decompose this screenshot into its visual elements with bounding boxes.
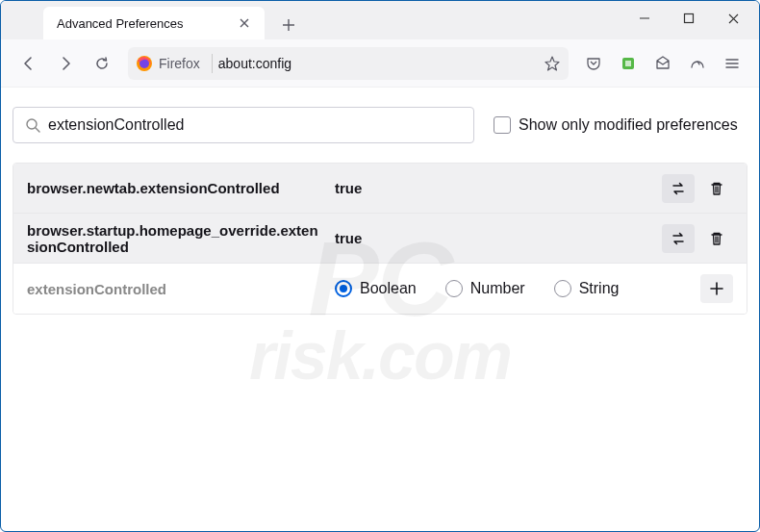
radio-label: String: [579, 280, 620, 297]
url-bar[interactable]: Firefox about:config: [128, 47, 569, 80]
app-menu-button[interactable]: [717, 48, 747, 79]
radio-label: Number: [470, 280, 525, 297]
delete-button[interactable]: [700, 174, 733, 203]
inbox-icon[interactable]: [647, 48, 678, 79]
type-radio-boolean[interactable]: Boolean: [335, 280, 417, 297]
dashboard-icon[interactable]: [682, 48, 713, 79]
back-button[interactable]: [13, 47, 45, 80]
radio-indicator: [554, 280, 571, 297]
urlbar-brand-label: Firefox: [159, 56, 200, 71]
pref-value: true: [335, 230, 662, 246]
radio-indicator: [445, 280, 463, 297]
tab-title: Advanced Preferences: [57, 16, 184, 31]
window-close-button[interactable]: [711, 1, 755, 36]
svg-rect-0: [685, 14, 694, 23]
add-pref-button[interactable]: [700, 274, 733, 303]
type-radio-number[interactable]: Number: [445, 280, 525, 297]
new-pref-name: extensionControlled: [27, 281, 335, 297]
tab-bar: Advanced Preferences: [1, 1, 759, 39]
forward-button[interactable]: [49, 47, 82, 80]
search-value: extensionControlled: [48, 116, 184, 134]
pref-name: browser.startup.homepage_override.extens…: [27, 222, 335, 255]
type-radio-string[interactable]: String: [554, 280, 620, 297]
toggle-button[interactable]: [662, 174, 695, 203]
delete-button[interactable]: [700, 224, 733, 253]
browser-tab[interactable]: Advanced Preferences: [43, 7, 265, 39]
pref-row[interactable]: browser.startup.homepage_override.extens…: [13, 214, 747, 264]
window-maximize-button[interactable]: [667, 1, 711, 36]
window-minimize-button[interactable]: [622, 1, 667, 36]
pocket-icon[interactable]: [578, 48, 609, 79]
about-config-content: extensionControlled Show only modified p…: [1, 88, 759, 334]
toggle-button[interactable]: [662, 224, 695, 253]
pref-search-input[interactable]: extensionControlled: [13, 107, 474, 143]
search-icon: [25, 117, 40, 133]
nav-toolbar: Firefox about:config: [1, 39, 759, 88]
pref-row[interactable]: browser.newtab.extensionControlled true: [13, 164, 747, 214]
new-tab-button[interactable]: [274, 11, 303, 39]
reload-button[interactable]: [86, 47, 118, 80]
radio-label: Boolean: [360, 280, 417, 297]
show-only-modified-checkbox[interactable]: Show only modified preferences: [494, 116, 738, 134]
svg-point-5: [27, 119, 37, 129]
checkbox-box: [494, 116, 511, 134]
extension-icon[interactable]: [613, 48, 644, 79]
urlbar-separator: [212, 54, 213, 73]
svg-rect-4: [625, 61, 631, 66]
checkbox-label: Show only modified preferences: [519, 116, 738, 134]
close-tab-icon[interactable]: [238, 16, 251, 30]
pref-name: browser.newtab.extensionControlled: [27, 180, 335, 196]
urlbar-url: about:config: [218, 56, 291, 71]
new-pref-row: extensionControlled Boolean Number Strin…: [13, 264, 747, 314]
pref-value: true: [335, 180, 662, 196]
firefox-logo-icon: [136, 55, 153, 72]
pref-table: browser.newtab.extensionControlled true …: [13, 163, 747, 315]
radio-indicator: [335, 280, 352, 297]
bookmark-star-icon[interactable]: [544, 55, 561, 72]
